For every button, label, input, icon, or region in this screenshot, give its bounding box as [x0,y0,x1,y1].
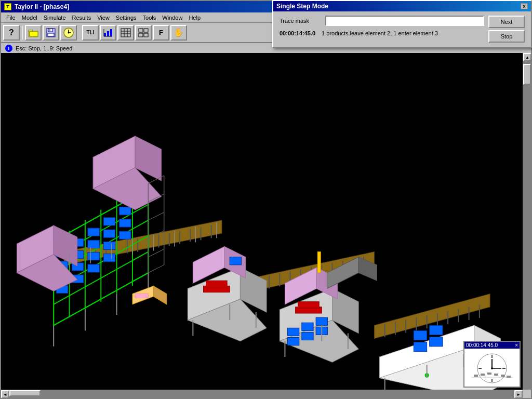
svg-rect-86 [88,228,99,236]
svg-rect-102 [103,254,115,262]
scrollbar-corner [523,390,531,398]
svg-rect-6 [48,33,54,36]
stop-button[interactable]: Stop [488,30,525,43]
window-title: Taylor II - [phase4] [15,3,69,10]
scroll-track-h[interactable] [9,390,514,398]
main-window: T Taylor II - [phase4] _ □ × File Model … [0,0,532,399]
menu-file[interactable]: File [3,14,19,22]
minimap-panel: 00:00:14:45.0 × [463,341,521,388]
title-bar-left: T Taylor II - [phase4] [4,3,69,10]
dialog-title-bar: Single Step Mode × [273,1,531,11]
scroll-thumb-v[interactable] [523,64,531,85]
scroll-thumb-h[interactable] [9,390,41,396]
svg-rect-14 [110,29,112,36]
svg-rect-183 [501,375,505,377]
status-message: Esc: Stop, 1..9: Speed [16,45,72,51]
svg-line-158 [148,265,164,273]
svg-rect-96 [88,252,99,260]
hand-button[interactable]: ✋ [170,25,187,41]
svg-rect-88 [119,207,131,215]
svg-rect-97 [103,242,115,249]
f-button[interactable]: F [153,25,169,41]
svg-rect-134 [317,252,321,273]
svg-rect-128 [287,328,299,336]
svg-rect-7 [49,29,50,31]
chart-button[interactable] [100,25,116,41]
scroll-track-v[interactable] [523,61,531,390]
trace-row: Trace mask 00:00:14:45.0 1 products leav… [280,16,525,43]
scroll-up-button[interactable]: ▲ [523,53,531,61]
trace-input-area: Trace mask 00:00:14:45.0 1 products leav… [280,16,484,36]
menu-model[interactable]: Model [19,14,41,22]
menu-simulate[interactable]: Simulate [41,14,69,22]
minimap-content [464,349,520,385]
single-step-dialog: Single Step Mode × Trace mask 00:00:14:4… [272,0,532,48]
minimap-close-btn[interactable]: × [515,342,518,348]
tli-button[interactable]: TLI [82,25,99,41]
svg-rect-144 [414,342,427,352]
menu-help[interactable]: Help [185,14,204,22]
svg-rect-13 [107,31,109,36]
svg-marker-160 [153,286,166,304]
dialog-title-text: Single Step Mode [276,3,328,10]
svg-line-157 [148,249,164,257]
scene-svg [1,53,531,398]
trace-label: Trace mask [280,18,321,24]
svg-rect-179 [474,375,478,377]
next-button[interactable]: Next [488,16,525,28]
menu-results[interactable]: Results [69,14,95,22]
menu-tools[interactable]: Tools [140,14,159,22]
scroll-left-button[interactable]: ◄ [1,390,9,398]
menu-view[interactable]: View [94,14,113,22]
svg-rect-145 [430,337,443,347]
svg-rect-161 [135,294,148,298]
sim-message: 1 products leave element 2, 1 enter elem… [322,30,438,36]
open-button[interactable] [25,25,42,41]
svg-rect-92 [103,230,115,237]
svg-line-155 [148,212,164,220]
svg-rect-182 [494,374,498,376]
svg-rect-101 [88,264,99,272]
app-icon: T [4,3,11,10]
svg-rect-129 [302,323,313,330]
help-button[interactable]: ? [3,25,20,41]
content-area: ▲ ▼ ◄ ► 00:00:14:45.0 × [1,53,531,398]
minimap-title-bar: 00:00:14:45.0 × [464,342,520,349]
svg-rect-25 [144,33,148,37]
svg-rect-130 [316,317,327,325]
svg-rect-2 [30,32,38,36]
svg-rect-184 [507,376,511,378]
minimap-time: 00:00:14:45.0 [466,342,498,348]
svg-rect-17 [121,29,130,37]
dialog-content: Trace mask 00:00:14:45.0 1 products leav… [273,11,531,47]
dialog-buttons: Next Stop [488,16,525,43]
svg-point-177 [491,367,493,369]
toolbar-sep-1 [22,26,23,39]
svg-rect-93 [119,219,131,227]
vertical-scrollbar: ▲ ▼ [523,53,531,398]
sim-status-row: 00:00:14:45.0 1 products leave element 2… [280,30,484,36]
toolbar-sep-2 [79,26,80,39]
menu-window[interactable]: Window [159,14,185,22]
svg-rect-24 [139,33,143,37]
svg-rect-132 [302,332,313,340]
menu-settings[interactable]: Settings [113,14,140,22]
svg-rect-12 [104,33,106,36]
trace-label-row: Trace mask [280,16,484,26]
trace-mask-input[interactable] [325,16,484,26]
svg-rect-131 [287,338,299,345]
svg-rect-123 [298,302,319,308]
horizontal-scrollbar: ◄ ► [1,390,523,398]
info-icon: i [5,45,12,52]
svg-rect-113 [206,281,227,287]
svg-rect-143 [430,325,443,335]
svg-rect-22 [139,29,143,32]
dialog-close-button[interactable]: × [521,3,528,9]
svg-rect-138 [230,257,241,265]
clock-button[interactable] [60,25,77,41]
grid-button[interactable] [135,25,152,41]
table-button[interactable] [117,25,134,41]
scroll-right-button[interactable]: ► [514,390,523,398]
save-button[interactable] [43,25,59,41]
svg-rect-142 [414,330,427,340]
